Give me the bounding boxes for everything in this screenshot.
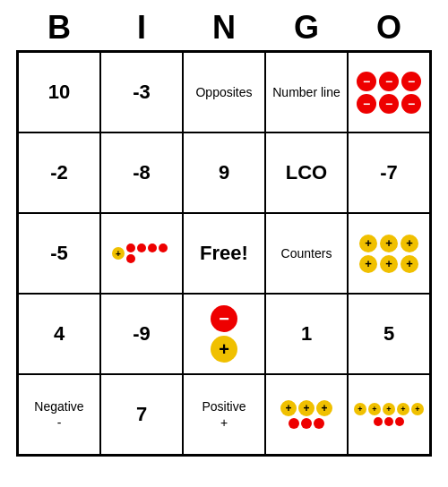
r5c5-rd1 <box>374 417 383 426</box>
r5c4-rd1 <box>289 418 299 429</box>
red-minus-1: − <box>357 72 376 91</box>
yp-1: + <box>359 235 377 252</box>
cell-r5c4: + + + <box>265 374 348 455</box>
red-minus-3: − <box>401 72 421 91</box>
cell-r5c3-line2: + <box>220 414 228 431</box>
red-dot-4 <box>159 244 168 252</box>
cell-r2c5-value: -7 <box>380 161 398 184</box>
cell-r2c3: 9 <box>183 132 265 213</box>
r5c4-rd2 <box>301 418 312 429</box>
cell-r3c2: + <box>100 213 183 294</box>
yp-6: + <box>401 255 418 273</box>
r5c5-yp3: + <box>383 403 395 415</box>
negative-label: Negative - <box>34 398 83 431</box>
cell-r3c4: Counters <box>265 213 348 294</box>
cell-r1c2: -3 <box>100 52 183 132</box>
cell-r5c1-line1: Negative <box>34 398 83 414</box>
cell-r1c2-value: -3 <box>133 81 151 104</box>
yellow-plus-counters: + + + + + + <box>359 235 418 273</box>
cell-r2c1-value: -2 <box>50 161 68 184</box>
cell-r2c3-value: 9 <box>219 161 229 184</box>
cell-r2c1: -2 <box>18 132 100 213</box>
cell-r2c4: LCO <box>265 132 348 213</box>
stacked-counter-display: − + <box>211 305 237 363</box>
r5c4-yp1: + <box>280 400 297 416</box>
cell-r4c1: 4 <box>18 294 100 374</box>
cell-r5c5: + + + + + <box>348 374 430 455</box>
cell-r4c3: − + <box>183 294 265 374</box>
header-i: I <box>100 9 183 47</box>
cell-r4c5-value: 5 <box>383 322 394 346</box>
bingo-grid: 10 -3 Opposites Number line − − − − − − … <box>16 50 432 457</box>
yp-4: + <box>359 255 377 273</box>
large-yellow-plus: + <box>211 336 237 363</box>
cell-r1c4: Number line <box>265 52 348 132</box>
cell-r1c4-value: Number line <box>272 84 340 100</box>
red-minus-2: − <box>379 72 399 91</box>
cell-r3c5: + + + + + + <box>348 213 430 294</box>
row5col4-display: + + + <box>280 400 332 429</box>
positive-label: Positive + <box>202 398 246 431</box>
cell-r2c4-value: LCO <box>286 161 327 184</box>
cell-r5c2: 7 <box>100 374 183 455</box>
cell-r1c3-value: Opposites <box>195 84 252 100</box>
cell-r5c3-line1: Positive <box>202 398 246 414</box>
cell-r1c1: 10 <box>18 52 100 132</box>
red-minus-circles: − − − − − − <box>357 72 421 114</box>
cell-r5c1: Negative - <box>18 374 100 455</box>
row5col4-row1: + + + <box>280 400 332 416</box>
r5c5-yp5: + <box>411 403 424 415</box>
cell-r4c4: 1 <box>265 294 348 374</box>
cell-r5c2-value: 7 <box>136 403 147 426</box>
red-dot-5 <box>126 254 135 263</box>
r5c5-yp4: + <box>397 403 409 415</box>
cell-r1c1-value: 10 <box>48 81 70 104</box>
yellow-plus-dot: + <box>112 247 125 260</box>
header-o: O <box>348 9 430 47</box>
red-minus-6: − <box>401 94 421 114</box>
r5c4-yp3: + <box>316 400 332 416</box>
yellow-red-dots: + <box>112 244 171 263</box>
yp-3: + <box>401 235 418 252</box>
red-dot-1 <box>126 244 135 252</box>
cell-r2c5: -7 <box>348 132 430 213</box>
bingo-header: B I N G O <box>18 9 430 47</box>
r5c4-yp2: + <box>298 400 314 416</box>
cell-r1c5: − − − − − − <box>348 52 430 132</box>
row5col5-row1: + + + + + <box>354 403 424 415</box>
cell-r4c4-value: 1 <box>301 322 312 346</box>
header-g: G <box>265 9 348 47</box>
cell-r3c1: -5 <box>18 213 100 294</box>
r5c4-rd3 <box>314 418 324 429</box>
yp-2: + <box>380 235 398 252</box>
r5c5-yp2: + <box>368 403 381 415</box>
row5col5-display: + + + + + <box>354 403 424 426</box>
free-label: Free! <box>200 242 248 265</box>
cell-r4c1-value: 4 <box>54 322 65 346</box>
red-minus-4: − <box>357 94 376 114</box>
cell-r2c2: -8 <box>100 132 183 213</box>
row5col4-row2 <box>289 418 324 429</box>
cell-r5c1-line2: - <box>57 414 62 431</box>
cell-r4c5: 5 <box>348 294 430 374</box>
cell-r3c3-free: Free! <box>183 213 265 294</box>
cell-r5c3: Positive + <box>183 374 265 455</box>
red-dot-3 <box>148 244 157 252</box>
r5c5-rd3 <box>395 417 404 426</box>
red-minus-5: − <box>379 94 399 114</box>
r5c5-rd2 <box>384 417 393 426</box>
cell-r3c1-value: -5 <box>50 242 68 265</box>
cell-r2c2-value: -8 <box>133 161 151 184</box>
cell-r1c3: Opposites <box>183 52 265 132</box>
cell-r4c2: -9 <box>100 294 183 374</box>
header-b: B <box>18 9 100 47</box>
red-dot-2 <box>137 244 146 252</box>
cell-r3c4-value: Counters <box>281 245 332 261</box>
header-n: N <box>183 9 265 47</box>
row5col5-row2 <box>374 417 404 426</box>
cell-r4c2-value: -9 <box>133 322 151 346</box>
large-red-minus: − <box>211 305 237 332</box>
yp-5: + <box>380 255 398 273</box>
r5c5-yp1: + <box>354 403 366 415</box>
